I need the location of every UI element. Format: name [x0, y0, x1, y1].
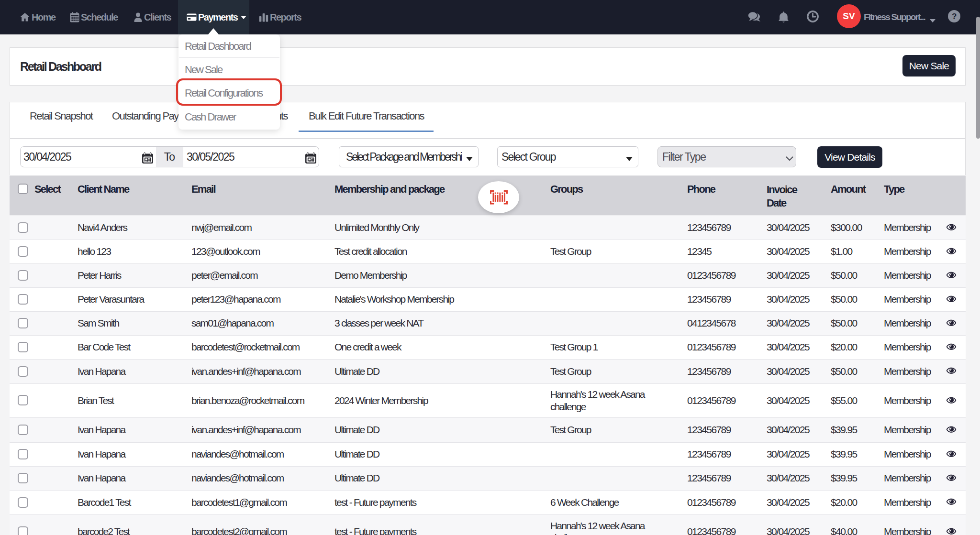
svg-text:?: ?: [952, 12, 957, 21]
